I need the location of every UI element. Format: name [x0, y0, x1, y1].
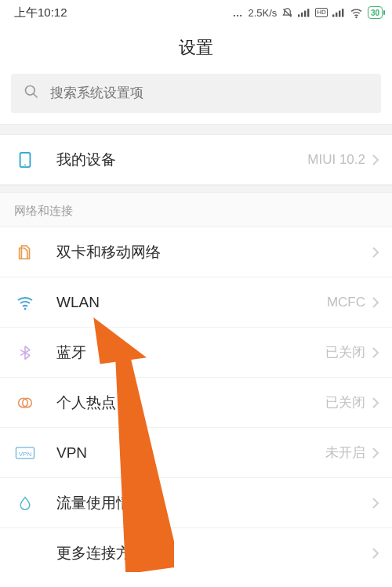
chevron-right-icon	[372, 497, 379, 509]
label: 我的设备	[56, 150, 116, 170]
section-gap	[0, 124, 392, 135]
row-more-connections[interactable]: 更多连接方式	[0, 528, 392, 578]
sim-icon	[14, 241, 36, 263]
phone-icon	[14, 149, 36, 171]
page-title: 设置	[0, 25, 392, 74]
label: 双卡和移动网络	[56, 242, 161, 263]
svg-rect-3	[307, 9, 309, 16]
svg-rect-4	[332, 14, 334, 16]
section-header-network: 网络和连接	[0, 193, 392, 227]
svg-rect-5	[336, 13, 337, 17]
wifi-icon	[350, 6, 363, 20]
svg-rect-0	[298, 14, 299, 16]
more-dots-icon: …	[232, 7, 243, 19]
row-my-device[interactable]: 我的设备 MIUI 10.2	[0, 135, 392, 185]
row-data-usage[interactable]: 流量使用情况	[0, 478, 392, 528]
search-bar[interactable]	[11, 74, 381, 113]
label: WLAN	[56, 294, 100, 311]
chevron-right-icon	[372, 296, 379, 309]
label: 更多连接方式	[56, 543, 146, 563]
bluetooth-icon	[14, 342, 36, 364]
svg-rect-2	[304, 11, 306, 17]
value: 已关闭	[325, 393, 365, 411]
svg-rect-1	[301, 13, 303, 17]
section-gap	[0, 185, 392, 193]
chevron-right-icon	[372, 547, 379, 560]
signal-icon	[298, 8, 310, 17]
dnd-icon	[281, 7, 293, 19]
chevron-right-icon	[372, 397, 379, 409]
wifi-icon	[14, 292, 36, 313]
hd-icon: HD	[315, 8, 328, 17]
row-bluetooth[interactable]: 蓝牙 已关闭	[0, 328, 392, 378]
chevron-right-icon	[372, 346, 379, 359]
row-wlan[interactable]: WLAN MCFC	[0, 277, 392, 328]
svg-text:VPN: VPN	[19, 450, 32, 457]
search-input[interactable]	[50, 85, 368, 101]
value: 已关闭	[325, 343, 365, 361]
battery-icon: 30	[368, 6, 383, 19]
hotspot-icon	[14, 392, 36, 414]
svg-rect-7	[342, 9, 343, 16]
label: 个人热点	[56, 393, 116, 413]
svg-rect-6	[339, 11, 340, 17]
chevron-right-icon	[372, 447, 379, 459]
vpn-icon: VPN	[14, 442, 36, 464]
value: 未开启	[325, 444, 365, 462]
value: MCFC	[327, 295, 365, 310]
status-right: … 2.5K/s HD 30	[232, 6, 383, 20]
search-icon	[24, 84, 39, 103]
row-hotspot[interactable]: 个人热点 已关闭	[0, 378, 392, 428]
net-speed: 2.5K/s	[248, 7, 277, 19]
status-time: 上午10:12	[14, 5, 67, 20]
row-sim[interactable]: 双卡和移动网络	[0, 227, 392, 277]
svg-point-9	[26, 86, 35, 96]
row-vpn[interactable]: VPN VPN 未开启	[0, 428, 392, 478]
signal2-icon	[332, 8, 345, 17]
svg-point-13	[24, 307, 27, 310]
label: 蓝牙	[56, 342, 86, 363]
value: MIUI 10.2	[307, 152, 365, 168]
chevron-right-icon	[372, 154, 379, 166]
status-bar: 上午10:12 … 2.5K/s HD 30	[0, 0, 392, 25]
drop-icon	[14, 492, 36, 514]
chevron-right-icon	[372, 246, 379, 259]
svg-point-12	[24, 164, 26, 165]
svg-line-10	[34, 94, 38, 98]
svg-point-8	[355, 16, 357, 18]
label: VPN	[56, 444, 87, 462]
label: 流量使用情况	[56, 493, 146, 513]
